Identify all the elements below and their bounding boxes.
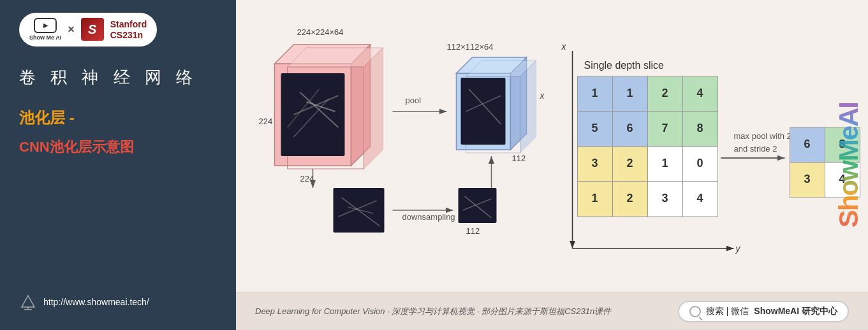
search-label: 搜索 | 微信 (706, 306, 749, 317)
search-brand: ShowMeAI 研究中心 (754, 306, 837, 317)
stanford-logo-group: S Stanford CS231n (81, 18, 147, 41)
search-icon (689, 306, 701, 317)
subtitle2: CNN池化层示意图 (19, 138, 134, 157)
times-symbol: × (68, 23, 75, 36)
showme-label: Show Me AI (29, 34, 61, 41)
showme-logo: ▶ Show Me AI (29, 18, 61, 41)
svg-text:4: 4 (696, 87, 703, 99)
svg-text:pool: pool (406, 96, 422, 105)
svg-text:0: 0 (696, 157, 703, 169)
svg-text:2: 2 (626, 157, 633, 169)
svg-text:Single depth slice: Single depth slice (584, 60, 665, 71)
svg-text:112×112×64: 112×112×64 (447, 42, 494, 52)
svg-text:7: 7 (661, 122, 668, 134)
main-content: 224×224×64 224 224 pool 112×112×64 (236, 0, 868, 330)
svg-marker-7 (364, 48, 383, 169)
svg-text:2: 2 (661, 87, 668, 99)
svg-text:1: 1 (591, 87, 598, 99)
svg-text:5: 5 (591, 122, 598, 134)
logo-area: ▶ Show Me AI × S Stanford CS231n (19, 13, 157, 47)
svg-text:1: 1 (591, 192, 598, 204)
svg-text:112: 112 (512, 154, 526, 163)
website-icon (19, 293, 37, 311)
subtitle1: 池化层 - (19, 108, 75, 128)
svg-text:8: 8 (696, 122, 703, 134)
svg-text:1: 1 (661, 157, 668, 169)
search-box[interactable]: 搜索 | 微信 ShowMeAI 研究中心 (678, 301, 849, 322)
svg-text:224: 224 (300, 174, 314, 183)
footer-text: Deep Learning for Computer Vision · 深度学习… (255, 306, 611, 317)
svg-text:224: 224 (259, 117, 273, 126)
main-title: 卷 积 神 经 网 络 (19, 66, 198, 89)
footer: Deep Learning for Computer Vision · 深度学习… (236, 292, 868, 330)
svg-text:224×224×64: 224×224×64 (297, 27, 344, 37)
svg-text:and stride 2: and stride 2 (734, 144, 777, 154)
svg-text:downsampling: downsampling (402, 212, 455, 222)
svg-text:3: 3 (661, 192, 668, 204)
stanford-text: Stanford CS231n (110, 19, 147, 40)
stanford-s-icon: S (81, 18, 104, 41)
svg-text:x: x (540, 90, 545, 101)
svg-text:6: 6 (804, 138, 810, 150)
svg-text:3: 3 (591, 157, 598, 169)
cs231n-label: CS231n (110, 30, 143, 40)
watermark-text: ShowMeAI (834, 103, 864, 227)
svg-text:x: x (561, 41, 567, 52)
website-row[interactable]: http://www.showmeai.tech/ (19, 293, 149, 317)
svg-text:112: 112 (466, 226, 480, 236)
svg-marker-0 (22, 296, 34, 307)
sidebar: ▶ Show Me AI × S Stanford CS231n 卷 积 神 经… (0, 0, 236, 330)
pool-diagram: 224×224×64 224 224 pool 112×112×64 (236, 0, 868, 292)
svg-text:1: 1 (626, 87, 633, 99)
svg-text:4: 4 (696, 192, 703, 204)
website-url: http://www.showmeai.tech/ (43, 297, 149, 307)
showme-icon: ▶ (34, 18, 57, 33)
stanford-name: Stanford (110, 19, 147, 30)
svg-text:3: 3 (804, 173, 810, 185)
svg-text:6: 6 (626, 122, 633, 134)
svg-text:y: y (735, 243, 741, 254)
svg-rect-10 (281, 73, 345, 156)
svg-text:2: 2 (626, 192, 633, 204)
watermark: ShowMeAI (830, 0, 868, 330)
